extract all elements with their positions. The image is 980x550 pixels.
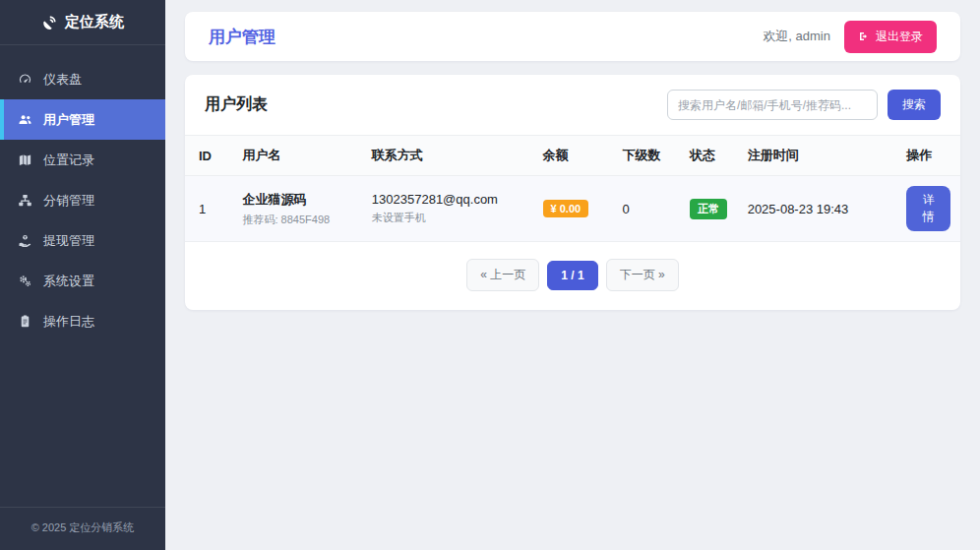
sidebar-item-label: 分销管理 — [43, 192, 94, 210]
phone-text: 未设置手机 — [372, 211, 523, 225]
sidebar-item-label: 操作日志 — [43, 313, 94, 331]
page-title: 用户管理 — [209, 26, 276, 48]
table-row: 1 企业猫源码 推荐码: 8845F498 1302357281@qq.com … — [185, 176, 960, 242]
sidebar-item-users[interactable]: 用户管理 — [0, 99, 165, 140]
satellite-dish-icon — [41, 15, 57, 31]
cell-actions: 详情 — [896, 176, 960, 242]
prev-page-button[interactable]: « 上一页 — [466, 259, 539, 291]
cell-registered: 2025-08-23 19:43 — [738, 176, 897, 242]
sidebar-item-dashboard[interactable]: 仪表盘 — [0, 59, 165, 99]
cell-id: 1 — [185, 176, 232, 242]
email-text: 1302357281@qq.com — [372, 192, 523, 207]
sidebar-item-settings[interactable]: 系统设置 — [0, 261, 165, 301]
pagination: « 上一页 1 / 1 下一页 » — [185, 242, 960, 310]
dashboard-icon — [18, 72, 32, 87]
column-header-actions: 操作 — [896, 136, 960, 176]
column-header-contact: 联系方式 — [362, 136, 533, 176]
sidebar-item-label: 提现管理 — [43, 232, 94, 250]
logout-label: 退出登录 — [876, 29, 923, 45]
sidebar-item-label: 用户管理 — [43, 111, 94, 129]
sidebar-nav: 仪表盘 用户管理 位置记录 — [0, 59, 165, 341]
sidebar-item-withdrawals[interactable]: 提现管理 — [0, 220, 165, 261]
username-text: 企业猫源码 — [242, 191, 351, 209]
logout-icon — [858, 31, 870, 42]
logs-icon — [18, 314, 32, 329]
settings-icon — [18, 274, 32, 288]
column-header-id: ID — [185, 136, 232, 176]
search-button[interactable]: 搜索 — [888, 90, 941, 120]
sidebar-item-logs[interactable]: 操作日志 — [0, 301, 165, 341]
balance-badge: ¥ 0.00 — [543, 200, 589, 217]
search-input[interactable] — [667, 90, 878, 120]
map-icon — [18, 153, 32, 167]
table-header-row: ID 用户名 联系方式 余额 下级数 状态 注册时间 操作 — [185, 136, 960, 176]
main-content: 用户管理 欢迎, admin 退出登录 用户列表 搜索 ID — [165, 0, 980, 550]
welcome-text: 欢迎, admin — [763, 28, 830, 45]
sidebar-item-locations[interactable]: 位置记录 — [0, 140, 165, 180]
panel-title: 用户列表 — [205, 94, 268, 115]
column-header-registered: 注册时间 — [738, 136, 897, 176]
status-badge: 正常 — [690, 199, 727, 219]
panel-header: 用户列表 搜索 — [185, 75, 960, 135]
app-logo: 定位系统 — [0, 0, 165, 45]
sitemap-icon — [18, 193, 32, 208]
column-header-username: 用户名 — [232, 136, 361, 176]
user-list-panel: 用户列表 搜索 ID 用户名 联系方式 余额 下级数 状态 注册时间 操作 — [185, 75, 960, 310]
topbar: 用户管理 欢迎, admin 退出登录 — [185, 12, 960, 61]
search-area: 搜索 — [667, 90, 941, 120]
logout-button[interactable]: 退出登录 — [844, 21, 937, 53]
users-table: ID 用户名 联系方式 余额 下级数 状态 注册时间 操作 1 企业猫源码 推荐… — [185, 135, 960, 242]
cell-contact: 1302357281@qq.com 未设置手机 — [362, 176, 533, 242]
sidebar-item-distribution[interactable]: 分销管理 — [0, 180, 165, 220]
column-header-status: 状态 — [680, 136, 738, 176]
withdraw-icon — [18, 233, 32, 248]
sidebar: 定位系统 仪表盘 用户管理 位置记录 — [0, 0, 165, 550]
sidebar-item-label: 仪表盘 — [43, 71, 82, 89]
referral-code-text: 推荐码: 8845F498 — [242, 213, 351, 227]
cell-subordinates: 0 — [612, 176, 680, 242]
sidebar-item-label: 位置记录 — [43, 152, 94, 169]
sidebar-footer: © 2025 定位分销系统 — [0, 507, 165, 550]
users-icon — [18, 112, 32, 127]
app-title: 定位系统 — [65, 13, 124, 31]
detail-button[interactable]: 详情 — [906, 186, 950, 231]
next-page-button[interactable]: 下一页 » — [606, 259, 679, 291]
column-header-subordinates: 下级数 — [612, 136, 680, 176]
cell-username: 企业猫源码 推荐码: 8845F498 — [232, 176, 361, 242]
cell-balance: ¥ 0.00 — [533, 176, 613, 242]
sidebar-spacer — [0, 341, 165, 507]
column-header-balance: 余额 — [533, 136, 613, 176]
cell-status: 正常 — [680, 176, 738, 242]
topbar-right: 欢迎, admin 退出登录 — [763, 21, 937, 53]
current-page-indicator[interactable]: 1 / 1 — [547, 261, 597, 290]
sidebar-item-label: 系统设置 — [43, 273, 94, 290]
